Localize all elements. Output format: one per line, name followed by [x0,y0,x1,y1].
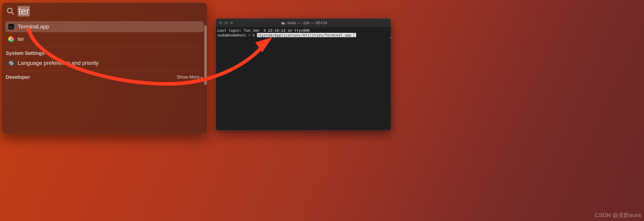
result-language-pref[interactable]: Language preference and priority [5,58,204,69]
search-icon [7,7,14,15]
divider [6,47,203,47]
spotlight-results: Terminal.app ter System Settings Languag… [2,20,207,134]
terminal-body[interactable]: Last login: Tue Jan 9 22:16:13 on ttys00… [216,27,391,130]
spotlight-query-text: ter [18,6,30,16]
scroll-indicator [390,37,391,38]
result-label: Language preference and priority [18,60,99,66]
gear-icon [8,60,14,66]
section-title: System Settings [6,50,45,56]
terminal-titlebar[interactable]: soda — -zsh — 80×24 [216,19,391,27]
spotlight-search-row[interactable]: ter [2,3,207,20]
chrome-icon [8,36,14,42]
result-terminal-app[interactable]: Terminal.app [5,21,204,32]
cursor-icon [354,33,356,37]
show-more-label: Show More [177,75,200,80]
close-icon[interactable] [219,21,222,24]
chevron-right-icon: ▸ [201,75,203,79]
prompt-text: soda@sodahost ~ % [218,33,257,37]
result-label: Terminal.app [18,23,49,30]
terminal-title-text: soda — -zsh — 80×24 [287,21,327,25]
spotlight-panel: ter Terminal.app ter System Settings Lan… [2,2,208,134]
terminal-window: soda — -zsh — 80×24 Last login: Tue Jan … [216,18,391,130]
divider [6,71,203,71]
minimize-icon[interactable] [224,21,228,24]
show-more-link[interactable]: Show More ▸ [177,75,203,80]
folder-icon [282,21,285,24]
terminal-icon [8,24,14,30]
section-title: Developer [6,74,30,80]
window-traffic-lights[interactable] [219,21,233,24]
highlighted-path: /System/Applications/Utilities/Terminal.… [257,33,354,37]
spotlight-search-input[interactable]: ter [18,6,30,17]
terminal-line-last-login: Last login: Tue Jan 9 22:16:13 on ttys00… [218,28,389,33]
result-label: ter [18,36,24,42]
scrollbar[interactable] [204,25,207,85]
section-developer: Developer Show More ▸ [5,73,204,82]
zoom-icon[interactable] [230,21,233,24]
section-system-settings: System Settings [5,49,204,58]
terminal-line-prompt: soda@sodahost ~ % /System/Applications/U… [218,33,389,37]
terminal-title: soda — -zsh — 80×24 [236,21,373,25]
watermark: CSDN @灵韵aura [595,212,641,219]
result-ter-chrome[interactable]: ter [5,34,204,45]
svg-line-1 [12,12,14,14]
